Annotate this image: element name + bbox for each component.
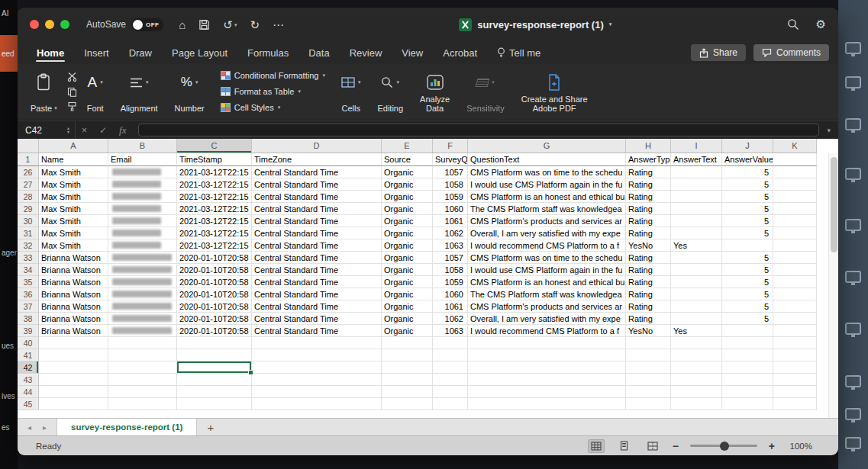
cell[interactable]: 2021-03-12T22:15 — [177, 191, 252, 203]
monitor-icon[interactable] — [845, 42, 861, 54]
cell[interactable]: 1057 — [433, 252, 468, 264]
cell[interactable]: Central Standard Time — [252, 239, 382, 252]
cell[interactable]: Central Standard Time — [252, 264, 382, 276]
cell[interactable]: 5 — [722, 178, 773, 191]
sheet-nav-right-icon[interactable]: ▸ — [43, 423, 47, 432]
conditional-formatting-button[interactable]: Conditional Formatting▾ — [221, 71, 325, 80]
number-button[interactable]: %▾ Number — [166, 68, 213, 115]
cell[interactable]: 5 — [722, 313, 773, 325]
cell[interactable] — [252, 337, 382, 349]
cell[interactable]: 2021-03-12T22:15 — [177, 227, 252, 239]
cell[interactable] — [773, 227, 817, 239]
cell[interactable]: 2020-01-10T20:58 — [177, 252, 252, 264]
name-box-spinner-icon[interactable]: ▴▾ — [67, 127, 69, 134]
cell[interactable] — [433, 337, 468, 349]
cell[interactable] — [773, 337, 817, 349]
cell[interactable] — [108, 325, 177, 337]
cell[interactable]: Max Smith — [39, 203, 108, 215]
cell[interactable] — [722, 374, 773, 386]
monitor-icon[interactable] — [845, 219, 861, 231]
cell[interactable] — [108, 361, 177, 374]
cell[interactable] — [108, 203, 177, 215]
cell[interactable]: Rating — [626, 215, 671, 227]
cell[interactable] — [722, 337, 773, 349]
cell[interactable]: CMS Platform's products and services ar — [468, 300, 626, 313]
format-painter-icon[interactable] — [67, 101, 77, 111]
header-cell[interactable]: TimeStamp — [177, 153, 252, 166]
tab-view[interactable]: View — [392, 41, 433, 64]
selected-cell[interactable] — [177, 361, 252, 374]
cell[interactable]: Yes — [671, 325, 722, 337]
cell[interactable] — [671, 313, 722, 325]
undo-icon[interactable]: ↺ — [223, 19, 233, 31]
cell[interactable] — [108, 313, 177, 325]
row-header[interactable]: 40 — [18, 337, 39, 349]
fullscreen-window-button[interactable] — [60, 20, 69, 29]
row-header[interactable]: 34 — [18, 264, 39, 276]
cell[interactable]: YesNo — [626, 325, 671, 337]
cell[interactable] — [382, 374, 433, 386]
cell[interactable]: Brianna Watson — [39, 325, 108, 337]
cell[interactable] — [773, 215, 817, 227]
zoom-in-button[interactable]: + — [769, 440, 775, 452]
cell[interactable]: Central Standard Time — [252, 300, 382, 313]
cell[interactable]: Organic — [382, 215, 433, 227]
column-header-J[interactable]: J — [722, 139, 773, 153]
tab-page-layout[interactable]: Page Layout — [162, 41, 237, 64]
cell[interactable]: Overall, I am very satisfied with my exp… — [468, 313, 626, 325]
cells-button[interactable]: ▾ Cells — [333, 68, 369, 115]
cell[interactable]: I would recommend CMS Platform to a f — [468, 325, 626, 337]
cell[interactable]: Organic — [382, 276, 433, 288]
cell[interactable]: CMS Platform's products and services ar — [468, 215, 626, 227]
cell[interactable] — [108, 252, 177, 264]
header-cell[interactable]: AnswerValue — [722, 153, 773, 166]
cell[interactable] — [177, 374, 252, 386]
row-header[interactable]: 41 — [18, 349, 39, 361]
header-cell[interactable]: Source — [382, 153, 433, 166]
share-button[interactable]: Share — [691, 44, 746, 61]
cell[interactable]: Max Smith — [39, 191, 108, 203]
cell[interactable]: The CMS Platform staff was knowledgea — [468, 288, 626, 300]
cell[interactable]: Organic — [382, 191, 433, 203]
cell[interactable] — [773, 349, 817, 361]
cell[interactable]: 1058 — [433, 178, 468, 191]
cell[interactable]: 2020-01-10T20:58 — [177, 300, 252, 313]
save-icon[interactable] — [198, 19, 210, 31]
zoom-slider-knob[interactable] — [720, 442, 729, 451]
cell[interactable]: 5 — [722, 203, 773, 215]
cell[interactable]: 5 — [722, 166, 773, 178]
cell[interactable]: Central Standard Time — [252, 227, 382, 239]
cell[interactable]: Central Standard Time — [252, 276, 382, 288]
cell[interactable] — [671, 252, 722, 264]
cell[interactable]: Brianna Watson — [39, 288, 108, 300]
home-icon[interactable]: ⌂ — [179, 19, 186, 31]
cell[interactable]: Brianna Watson — [39, 313, 108, 325]
cell[interactable]: 2020-01-10T20:58 — [177, 276, 252, 288]
formula-input[interactable] — [138, 124, 819, 137]
row-header[interactable]: 1 — [18, 153, 39, 166]
cell[interactable] — [671, 264, 722, 276]
cell[interactable]: Rating — [626, 227, 671, 239]
cell[interactable]: Central Standard Time — [252, 203, 382, 215]
cell[interactable] — [468, 361, 626, 374]
add-sheet-button[interactable]: + — [197, 419, 224, 435]
column-header-E[interactable]: E — [382, 139, 433, 153]
font-button[interactable]: A▾ Font — [79, 68, 112, 115]
cell[interactable]: 5 — [722, 191, 773, 203]
column-header-C[interactable]: C — [177, 139, 252, 153]
cell[interactable] — [773, 374, 817, 386]
cell[interactable] — [626, 337, 671, 349]
cut-icon[interactable] — [67, 72, 77, 82]
cell[interactable] — [108, 288, 177, 300]
zoom-out-button[interactable]: − — [673, 440, 679, 452]
alignment-button[interactable]: ▾ Alignment — [112, 68, 166, 115]
analyze-data-button[interactable]: AnalyzeData — [411, 68, 458, 115]
row-header[interactable]: 31 — [18, 227, 39, 239]
insert-function-button[interactable]: fx — [119, 124, 126, 137]
cell[interactable] — [671, 374, 722, 386]
cell[interactable] — [108, 398, 177, 410]
cell[interactable] — [773, 191, 817, 203]
cell[interactable]: Brianna Watson — [39, 252, 108, 264]
cell[interactable] — [626, 361, 671, 374]
cell[interactable] — [433, 386, 468, 398]
